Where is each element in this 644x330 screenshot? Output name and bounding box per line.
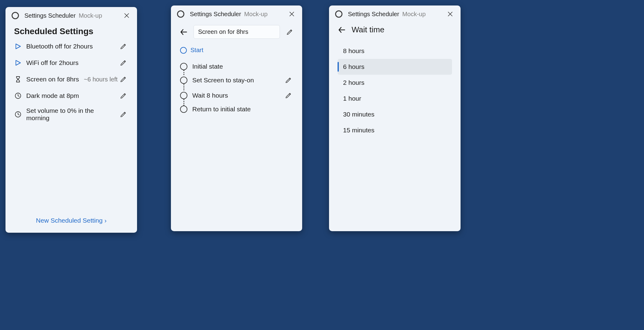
rule-label: Dark mode at 8pm [26, 92, 79, 99]
start-ring-icon [180, 47, 187, 54]
app-title: Settings Scheduler [348, 11, 399, 18]
window-scheduled-list: Settings Scheduler Mock-up Scheduled Set… [5, 7, 137, 233]
edit-rule-button[interactable] [118, 91, 128, 101]
rule-row[interactable]: Screen on for 8hrs~6 hours left [14, 71, 128, 88]
chevron-right-icon: › [104, 217, 107, 224]
close-button[interactable] [446, 10, 454, 18]
wait-time-option[interactable]: 15 minutes [338, 122, 452, 138]
edit-rule-button[interactable] [118, 109, 128, 120]
window-wait-time-picker: Settings Scheduler Mock-up Wait time 8 h… [329, 5, 461, 231]
timeline-node-icon [180, 77, 187, 84]
rule-list: Bluetooth off for 2hoursWiFi off for 2ho… [14, 38, 128, 125]
page-title: Wait time [352, 25, 384, 34]
close-icon [289, 12, 294, 16]
timeline-step-label: Set Screen to stay-on [192, 77, 254, 84]
timeline-step[interactable]: Return to initial state [180, 103, 294, 115]
new-scheduled-setting-link[interactable]: New Scheduled Setting› [36, 217, 107, 224]
rule-label: Bluetooth off for 2hours [26, 43, 93, 50]
titlebar: Settings Scheduler Mock-up [171, 5, 302, 21]
wait-time-option[interactable]: 1 hour [338, 91, 452, 106]
app-title: Settings Scheduler [24, 12, 76, 19]
back-arrow-icon [338, 26, 346, 34]
close-button[interactable] [288, 10, 296, 18]
timeline-step-label: Wait 8 hours [192, 92, 228, 99]
edit-rule-button[interactable] [118, 74, 128, 84]
timeline: Initial stateSet Screen to stay-onWait 8… [179, 60, 294, 115]
app-icon [12, 12, 19, 19]
wait-time-option[interactable]: 30 minutes [338, 106, 452, 122]
close-button[interactable] [122, 11, 131, 20]
page-title: Scheduled Settings [14, 27, 128, 36]
timeline-step[interactable]: Initial state [180, 60, 294, 73]
timeline-node-icon [180, 92, 187, 99]
titlebar: Settings Scheduler Mock-up [5, 7, 137, 23]
app-subtitle: Mock-up [402, 11, 426, 18]
timeline-step-label: Initial state [192, 63, 223, 70]
timeline-step[interactable]: Set Screen to stay-on [180, 73, 294, 88]
wait-time-option[interactable]: 8 hours [338, 43, 452, 59]
app-subtitle: Mock-up [244, 11, 268, 18]
wait-time-options: 8 hours6 hours2 hours1 hour30 minutes15 … [338, 43, 452, 138]
start-button[interactable]: Start [179, 47, 294, 54]
clock-icon [14, 92, 22, 100]
app-subtitle: Mock-up [79, 12, 102, 19]
back-button[interactable] [338, 26, 346, 34]
edit-step-button[interactable] [283, 90, 294, 101]
timeline-node-icon [180, 106, 187, 113]
rule-row[interactable]: Dark mode at 8pm [14, 88, 128, 104]
new-link-label: New Scheduled Setting [36, 217, 103, 224]
wait-time-option[interactable]: 2 hours [338, 75, 452, 91]
edit-rule-button[interactable] [118, 41, 128, 52]
app-icon [177, 10, 184, 18]
back-button[interactable] [179, 28, 188, 36]
wait-time-option[interactable]: 6 hours [338, 59, 452, 75]
rule-title-input[interactable] [194, 25, 280, 39]
rule-row[interactable]: WiFi off for 2hours [14, 55, 128, 71]
timeline-step[interactable]: Wait 8 hours [180, 88, 294, 103]
edit-step-button[interactable] [283, 75, 294, 85]
edit-rule-button[interactable] [118, 58, 128, 68]
window-rule-editor: Settings Scheduler Mock-up Start Initial… [171, 5, 302, 231]
titlebar: Settings Scheduler Mock-up [329, 5, 461, 21]
start-label: Start [190, 47, 203, 54]
close-icon [124, 13, 129, 18]
rule-meta: ~6 hours left [84, 76, 118, 83]
rule-row[interactable]: Set volume to 0% in the morning [14, 104, 128, 125]
rule-label: WiFi off for 2hours [26, 59, 78, 66]
timeline-step-label: Return to initial state [192, 106, 251, 113]
app-title: Settings Scheduler [190, 11, 241, 18]
rule-row[interactable]: Bluetooth off for 2hours [14, 38, 128, 55]
app-icon [335, 10, 342, 18]
rule-label: Screen on for 8hrs [26, 76, 79, 83]
play-icon [14, 42, 22, 50]
rule-label: Set volume to 0% in the morning [26, 107, 118, 122]
edit-title-button[interactable] [285, 27, 294, 37]
clock-icon [14, 110, 22, 118]
timeline-node-icon [180, 63, 187, 70]
close-icon [448, 12, 453, 16]
play-icon [14, 59, 22, 67]
back-arrow-icon [179, 28, 188, 36]
pencil-icon [286, 29, 293, 35]
hourglass-icon [14, 75, 22, 83]
